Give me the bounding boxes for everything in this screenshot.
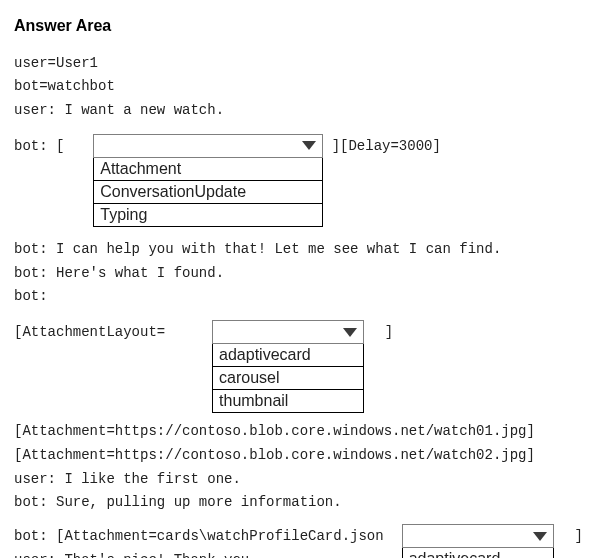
- attachment-layout-options: adaptivecard carousel thumbnail: [212, 343, 364, 413]
- line-bot-pull: bot: Sure, pulling up more information.: [14, 492, 588, 514]
- chevron-down-icon: [343, 328, 357, 337]
- activity-type-option[interactable]: Typing: [94, 204, 322, 226]
- line-attach1: [Attachment=https://contoso.blob.core.wi…: [14, 421, 588, 443]
- card-type-select[interactable]: [402, 524, 554, 548]
- page-title: Answer Area: [14, 14, 588, 39]
- card-type-options: adaptivecard carousel list: [402, 547, 554, 558]
- line-bot-help: bot: I can help you with that! Let me se…: [14, 239, 588, 261]
- line-user-like: user: I like the first one.: [14, 469, 588, 491]
- attachment-layout-option[interactable]: carousel: [213, 367, 363, 390]
- activity-type-options: Attachment ConversationUpdate Typing: [93, 157, 323, 227]
- line-user-decl: user=User1: [14, 53, 588, 75]
- activity-type-option[interactable]: ConversationUpdate: [94, 181, 322, 204]
- text-bot-card: bot: [Attachment=cards\watchProfileCard.…: [14, 524, 384, 548]
- line-attach2: [Attachment=https://contoso.blob.core.wi…: [14, 445, 588, 467]
- attachment-layout-option[interactable]: adaptivecard: [213, 344, 363, 367]
- line-bot-decl: bot=watchbot: [14, 76, 588, 98]
- attachment-layout-option[interactable]: thumbnail: [213, 390, 363, 412]
- chevron-down-icon: [302, 141, 316, 150]
- activity-type-select[interactable]: [93, 134, 323, 158]
- text-delay: ][Delay=3000]: [332, 134, 441, 158]
- row-select-3: bot: [Attachment=cards\watchProfileCard.…: [14, 524, 588, 558]
- row-select-1: bot: [ Attachment ConversationUpdate Typ…: [14, 134, 588, 227]
- text-close-bracket-2: ]: [574, 524, 582, 548]
- card-type-option[interactable]: adaptivecard: [403, 548, 553, 558]
- line-user-thanks: user: That's nice! Thank you.: [14, 550, 384, 558]
- line-bot-empty: bot:: [14, 286, 588, 308]
- text-bot-open: bot: [: [14, 134, 64, 158]
- chevron-down-icon: [533, 532, 547, 541]
- line-bot-found: bot: Here's what I found.: [14, 263, 588, 285]
- text-attach-layout-open: [AttachmentLayout=: [14, 320, 165, 344]
- line-user-want: user: I want a new watch.: [14, 100, 588, 122]
- text-close-bracket: ]: [385, 320, 393, 344]
- activity-type-option[interactable]: Attachment: [94, 158, 322, 181]
- attachment-layout-select[interactable]: [212, 320, 364, 344]
- row-select-2: [AttachmentLayout= adaptivecard carousel…: [14, 320, 588, 413]
